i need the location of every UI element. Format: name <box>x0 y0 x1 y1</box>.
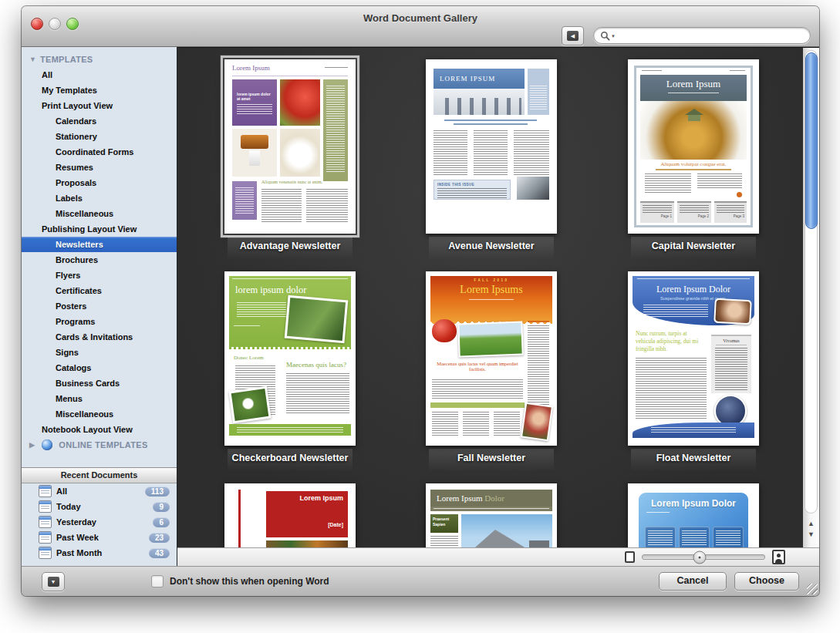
details-disclosure-button[interactable]: ▼ <box>42 572 65 591</box>
choose-button[interactable]: Choose <box>734 572 799 591</box>
sidebar-item-notebook-layout-view[interactable]: Notebook Layout View <box>22 422 177 437</box>
search-input[interactable] <box>619 28 804 43</box>
right-info-box <box>528 69 549 115</box>
template-card-partial-3[interactable]: Lorem Ipsum Dolor <box>628 483 759 547</box>
search-field[interactable]: ▼ <box>593 27 811 44</box>
recent-item-label: Yesterday <box>56 517 153 527</box>
recent-item-all[interactable]: All 113 <box>22 483 177 499</box>
dont-show-checkbox[interactable] <box>151 575 164 588</box>
building-photo <box>461 514 552 547</box>
newsletter-heading: Aliquam volutpat congue erat. <box>640 161 747 167</box>
templates-section-header[interactable]: ▼ TEMPLATES <box>22 52 177 67</box>
sidebar-item-publishing-layout-view[interactable]: Publishing Layout View <box>22 221 177 237</box>
child-photo <box>521 402 553 442</box>
recent-item-yesterday[interactable]: Yesterday 6 <box>22 514 177 530</box>
writing-hand-photo <box>517 177 549 200</box>
large-thumbnail-icon[interactable] <box>772 550 785 564</box>
template-card-checkerboard[interactable]: lorem ipsum dolor Donec Lorem Maecenas q… <box>224 271 356 463</box>
sidebar-item-newsletters-selected[interactable]: Newsletters <box>22 237 177 252</box>
dialog-footer: ▼ Don't show this when opening Word Canc… <box>22 566 819 596</box>
scrollbar-thumb[interactable] <box>805 52 818 229</box>
calendar-icon <box>39 547 52 559</box>
sidebar-item-stationery[interactable]: Stationery <box>22 129 177 144</box>
resize-grip[interactable] <box>807 584 818 594</box>
sidebar-item-calendars[interactable]: Calendars <box>22 113 177 129</box>
template-thumbnail[interactable]: Lorem Ipsum [Date] <box>224 483 356 547</box>
template-thumbnail[interactable]: lorem ipsum dolor Donec Lorem Maecenas q… <box>224 271 356 446</box>
sidebar-item-labels[interactable]: Labels <box>22 190 177 206</box>
recent-count-badge: 9 <box>153 502 170 512</box>
size-slider-track[interactable] <box>642 554 765 560</box>
template-thumbnail[interactable]: LOREM IPSUM <box>426 59 557 234</box>
template-thumbnail[interactable]: Lorem Ipsum Aliquam volutpat congue erat… <box>628 59 759 234</box>
recent-item-past-month[interactable]: Past Month 43 <box>22 545 177 561</box>
template-card-partial-2[interactable]: Lorem Ipsum Dolor Praesent Sapien <box>426 483 557 547</box>
sidebar-item-brochures[interactable]: Brochures <box>22 252 177 268</box>
sidebar-item-miscellaneous-publishing[interactable]: Miscellaneous <box>22 406 177 422</box>
sidebar-item-posters[interactable]: Posters <box>22 298 177 314</box>
newsletter-title: Lorem Ipsum <box>266 491 348 502</box>
sidebar-item-cards-invitations[interactable]: Cards & Invitations <box>22 329 177 345</box>
green-footer <box>229 424 351 436</box>
sidebar-item-all[interactable]: All <box>22 67 177 82</box>
praesent-box: Praesent Sapien <box>430 514 458 533</box>
sidebar-item-signs[interactable]: Signs <box>22 345 177 360</box>
zoom-button[interactable] <box>66 18 79 30</box>
template-thumbnail[interactable]: Lorem Ipsum Dolor Praesent Sapien <box>426 483 557 547</box>
recent-item-label: Past Month <box>56 548 149 557</box>
template-card-avenue[interactable]: LOREM IPSUM <box>426 59 557 251</box>
recent-item-past-week[interactable]: Past Week 23 <box>22 530 177 545</box>
fall-masthead: FALL 2010 Lorem Ipsums <box>430 276 552 324</box>
small-thumbnail-icon[interactable] <box>625 551 635 563</box>
vertical-scrollbar[interactable]: ▲ ▼ <box>803 47 819 547</box>
template-thumbnail[interactable]: Lorem Ipsum lorem ipsum dolor at amet <box>224 59 356 234</box>
newsletter-title: Lorem Ipsum <box>640 78 747 90</box>
calendar-icon <box>39 500 52 513</box>
close-button[interactable] <box>31 18 43 30</box>
coins-photo <box>640 101 747 160</box>
scroll-down-arrow[interactable]: ▼ <box>803 530 819 538</box>
template-card-capital[interactable]: Lorem Ipsum Aliquam volutpat congue erat… <box>628 59 759 251</box>
recent-item-label: Today <box>56 502 153 511</box>
blue-panel: Lorem Ipsum Dolor <box>639 493 748 547</box>
template-card-partial-1[interactable]: Lorem Ipsum [Date] <box>224 483 356 547</box>
sidebar-item-proposals[interactable]: Proposals <box>22 175 177 190</box>
sidebar-item-business-cards[interactable]: Business Cards <box>22 375 177 391</box>
minimize-button[interactable] <box>49 18 61 30</box>
apple-photo <box>432 319 457 342</box>
calendar-icon <box>39 485 52 497</box>
online-templates-section-header[interactable]: ▶ ONLINE TEMPLATES <box>22 437 177 453</box>
photo-strip <box>266 540 348 547</box>
sidebar-item-flyers[interactable]: Flyers <box>22 268 177 283</box>
sidebar-toggle-button[interactable]: ◀ <box>562 26 584 45</box>
template-thumbnail[interactable]: Lorem Ipsum Dolor Suspendisse gravida ni… <box>628 271 759 446</box>
sidebar-item-miscellaneous-print[interactable]: Miscellaneous <box>22 206 177 221</box>
sidebar-item-catalogs[interactable]: Catalogs <box>22 360 177 375</box>
tilted-photo <box>285 295 349 344</box>
sidebar-item-resumes[interactable]: Resumes <box>22 160 177 175</box>
bird-photo <box>228 386 271 424</box>
title-bar[interactable]: Word Document Gallery ◀ ▼ <box>22 6 819 47</box>
sidebar-item-certificates[interactable]: Certificates <box>22 283 177 298</box>
sidebar-item-my-templates[interactable]: My Templates <box>22 82 177 98</box>
sidebar-item-programs[interactable]: Programs <box>22 314 177 329</box>
template-card-float[interactable]: Lorem Ipsum Dolor Suspendisse gravida ni… <box>628 271 759 463</box>
size-slider-thumb[interactable] <box>693 551 707 564</box>
word-document-gallery-window: Word Document Gallery ◀ ▼ ▼ TEMPLATES Al… <box>22 6 819 596</box>
template-card-advantage[interactable]: Lorem Ipsum lorem ipsum dolor at amet <box>224 59 356 251</box>
search-scope-chevron-icon[interactable]: ▼ <box>611 34 616 39</box>
template-label: Advantage Newsletter <box>224 241 356 251</box>
template-label: Capital Newsletter <box>628 241 759 251</box>
cancel-button[interactable]: Cancel <box>659 572 727 591</box>
recent-item-today[interactable]: Today 9 <box>22 499 177 514</box>
template-card-fall[interactable]: FALL 2010 Lorem Ipsums Maecen <box>426 271 557 463</box>
template-thumbnail[interactable]: Lorem Ipsum Dolor <box>628 483 759 547</box>
newsletter-title: LOREM IPSUM <box>433 69 525 89</box>
sidebar-item-print-layout-view[interactable]: Print Layout View <box>22 98 177 113</box>
sidebar-item-menus[interactable]: Menus <box>22 391 177 406</box>
sidebar-item-coordinated-forms[interactable]: Coordinated Forms <box>22 144 177 160</box>
feature-box-text: lorem ipsum dolor at amet <box>237 92 272 102</box>
scroll-up-arrow[interactable]: ▲ <box>803 520 819 527</box>
template-thumbnail[interactable]: FALL 2010 Lorem Ipsums Maecen <box>426 271 557 446</box>
newsletter-title: Lorem Ipsum Dolor <box>633 284 754 295</box>
